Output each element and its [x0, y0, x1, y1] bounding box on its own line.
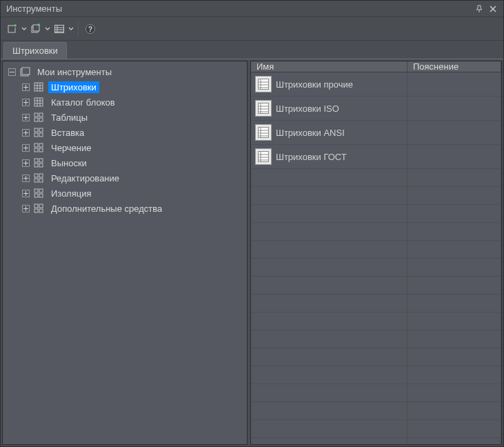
tree-root[interactable]: Мои инструменты: [3, 64, 247, 79]
grid-icon: [34, 158, 45, 168]
column-header-name[interactable]: Имя: [251, 61, 407, 72]
svg-rect-48: [39, 204, 43, 208]
tree-pane[interactable]: Мои инструменты ШтриховкиКаталог блоковТ…: [2, 61, 248, 445]
tree-item[interactable]: Черчение: [3, 140, 247, 155]
svg-rect-33: [34, 148, 38, 152]
tab-hatches[interactable]: Штриховки: [3, 42, 67, 59]
hatch-group-icon: [255, 76, 272, 92]
list-item[interactable]: Штриховки прочие: [251, 72, 501, 97]
list-item-name-cell: Штриховки прочие: [251, 72, 407, 96]
list-empty-row: [251, 330, 501, 348]
list-empty-row: [251, 205, 501, 223]
expand-icon[interactable]: [22, 129, 30, 137]
pin-icon[interactable]: [473, 3, 485, 15]
expand-icon[interactable]: [22, 175, 30, 182]
svg-rect-37: [34, 163, 38, 167]
svg-rect-31: [34, 143, 38, 147]
tree-item-label: Каталог блоков: [48, 97, 118, 108]
list-item-name-cell: Штриховки ГОСТ: [251, 145, 407, 168]
palette-group-icon: [20, 67, 31, 77]
list-body[interactable]: Штриховки прочиеШтриховки ISOШтриховки A…: [251, 72, 501, 445]
list-empty-row: [251, 312, 501, 330]
expand-icon[interactable]: [22, 83, 30, 91]
palette-icon: [34, 82, 45, 92]
expand-icon[interactable]: [22, 99, 30, 106]
list-item-name: Штриховки ANSI: [276, 128, 345, 138]
svg-rect-29: [34, 133, 38, 137]
expand-icon[interactable]: [22, 159, 30, 167]
list-item-name: Штриховки прочие: [276, 79, 353, 90]
list-empty-row: [251, 259, 501, 277]
tree-item-label: Таблицы: [48, 112, 90, 123]
chevron-down-icon[interactable]: [45, 27, 50, 31]
tree-item[interactable]: Каталог блоков: [3, 95, 247, 110]
tree-item-label: Редактирование: [48, 172, 122, 184]
grid-icon: [34, 188, 45, 198]
svg-rect-23: [34, 113, 38, 117]
svg-rect-42: [39, 179, 43, 182]
list-item[interactable]: Штриховки ANSI: [251, 121, 501, 145]
svg-rect-47: [34, 204, 38, 208]
grid-icon: [34, 173, 45, 183]
svg-rect-43: [34, 189, 38, 192]
chevron-down-icon[interactable]: [21, 27, 27, 31]
list-empty-row: [251, 169, 501, 187]
list-item-description: [407, 97, 501, 120]
svg-rect-24: [39, 113, 43, 117]
tree-root-label: Мои инструменты: [34, 66, 114, 78]
list-empty-row: [251, 348, 501, 366]
svg-rect-34: [39, 148, 43, 152]
svg-rect-39: [34, 174, 38, 177]
tree-item[interactable]: Изоляция: [3, 186, 247, 201]
svg-rect-38: [39, 163, 43, 167]
list-item-description: [407, 72, 501, 96]
tree-item[interactable]: Дополнительные средства: [3, 201, 247, 216]
list-item[interactable]: Штриховки ГОСТ: [251, 145, 501, 169]
toolbar-separator: [78, 21, 79, 37]
toolbar: ?: [1, 17, 503, 41]
svg-rect-40: [39, 174, 43, 177]
svg-rect-46: [39, 194, 43, 197]
tree-item[interactable]: Штриховки: [3, 79, 247, 95]
expand-icon[interactable]: [22, 144, 30, 152]
grid-icon: [34, 128, 45, 137]
new-palette-button[interactable]: [5, 21, 20, 37]
tree-item[interactable]: Таблицы: [3, 110, 247, 125]
close-icon[interactable]: [487, 3, 499, 15]
hatch-group-icon: [255, 148, 272, 165]
list-header: Имя Пояснение: [251, 61, 501, 72]
tree-item[interactable]: Редактирование: [3, 170, 247, 186]
help-icon[interactable]: ?: [83, 21, 98, 37]
expand-icon[interactable]: [22, 205, 30, 212]
svg-rect-26: [39, 118, 43, 121]
svg-rect-32: [39, 143, 43, 147]
tree-item[interactable]: Выноски: [3, 155, 247, 170]
tree-item-label: Черчение: [48, 142, 94, 154]
grid-icon: [34, 143, 45, 152]
list-item-name-cell: Штриховки ISO: [251, 97, 407, 120]
list-empty-row: [251, 223, 501, 241]
svg-rect-25: [34, 118, 38, 121]
list-empty-row: [251, 438, 501, 445]
list-empty-row: [251, 241, 501, 259]
tabbar: Штриховки: [1, 41, 503, 59]
expand-icon[interactable]: [22, 114, 30, 121]
list-pane: Имя Пояснение Штриховки прочиеШтриховки …: [250, 61, 502, 445]
column-header-description[interactable]: Пояснение: [407, 61, 501, 72]
svg-rect-18: [34, 98, 43, 106]
list-empty-row: [251, 366, 501, 384]
grid-icon: [34, 112, 45, 122]
new-group-button[interactable]: [28, 21, 43, 37]
list-empty-row: [251, 277, 501, 295]
list-empty-row: [251, 384, 501, 402]
tree-item[interactable]: Вставка: [3, 125, 247, 140]
svg-rect-27: [34, 128, 38, 132]
tab-label: Штриховки: [12, 46, 58, 56]
chevron-down-icon[interactable]: [68, 27, 74, 31]
svg-rect-44: [39, 189, 43, 192]
list-item[interactable]: Штриховки ISO: [251, 97, 501, 121]
expand-icon[interactable]: [22, 190, 30, 197]
view-mode-button[interactable]: [52, 21, 67, 37]
collapse-icon[interactable]: [8, 68, 16, 76]
hatch-group-icon: [255, 100, 272, 117]
